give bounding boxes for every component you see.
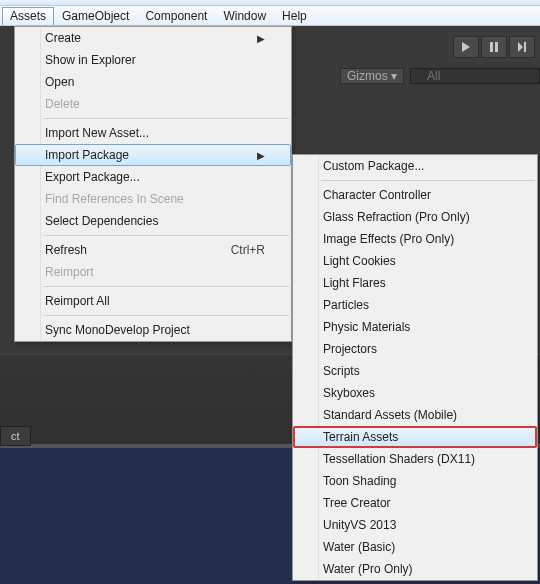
menu-item-light-flares[interactable]: Light Flares (293, 272, 537, 294)
menu-window[interactable]: Window (215, 7, 274, 25)
menu-item-refresh[interactable]: RefreshCtrl+R (15, 239, 291, 261)
menu-item-tree-creator[interactable]: Tree Creator (293, 492, 537, 514)
submenu-arrow-icon: ▶ (257, 150, 265, 161)
menu-item-label: Refresh (45, 243, 87, 257)
play-controls (448, 32, 540, 62)
svg-marker-3 (518, 42, 523, 52)
svg-rect-1 (490, 42, 493, 52)
menu-item-label: Image Effects (Pro Only) (323, 232, 454, 246)
menu-item-light-cookies[interactable]: Light Cookies (293, 250, 537, 272)
menu-item-label: Find References In Scene (45, 192, 184, 206)
menu-separator (321, 180, 535, 181)
menu-separator (43, 315, 289, 316)
play-button[interactable] (453, 36, 479, 58)
menu-item-skyboxes[interactable]: Skyboxes (293, 382, 537, 404)
menu-item-label: Tessellation Shaders (DX11) (323, 452, 475, 466)
menu-item-label: Export Package... (45, 170, 140, 184)
menu-shortcut: Ctrl+R (231, 243, 265, 257)
menu-item-reimport-all[interactable]: Reimport All (15, 290, 291, 312)
menu-item-reimport: Reimport (15, 261, 291, 283)
menu-item-label: Water (Basic) (323, 540, 395, 554)
menu-item-label: Light Cookies (323, 254, 396, 268)
menu-item-label: Sync MonoDevelop Project (45, 323, 190, 337)
menu-item-label: Light Flares (323, 276, 386, 290)
menu-item-label: Character Controller (323, 188, 431, 202)
menu-item-label: Show in Explorer (45, 53, 136, 67)
menu-item-unityvs-2013[interactable]: UnityVS 2013 (293, 514, 537, 536)
menu-item-label: Import New Asset... (45, 126, 149, 140)
menu-gameobject[interactable]: GameObject (54, 7, 137, 25)
menu-item-label: Particles (323, 298, 369, 312)
window-titlebar (0, 0, 540, 6)
menubar: Assets GameObject Component Window Help (0, 6, 540, 26)
assets-dropdown: Create▶Show in ExplorerOpenDeleteImport … (14, 26, 292, 342)
menu-item-label: Skyboxes (323, 386, 375, 400)
menu-item-tessellation-shaders-dx11[interactable]: Tessellation Shaders (DX11) (293, 448, 537, 470)
menu-item-show-in-explorer[interactable]: Show in Explorer (15, 49, 291, 71)
menu-item-label: Open (45, 75, 74, 89)
gizmo-bar: Gizmos ▾ (340, 66, 540, 86)
menu-separator (43, 235, 289, 236)
menu-item-select-dependencies[interactable]: Select Dependencies (15, 210, 291, 232)
menu-item-sync-monodevelop-project[interactable]: Sync MonoDevelop Project (15, 319, 291, 341)
menu-item-physic-materials[interactable]: Physic Materials (293, 316, 537, 338)
menu-item-label: Physic Materials (323, 320, 410, 334)
menu-item-create[interactable]: Create▶ (15, 27, 291, 49)
menu-assets[interactable]: Assets (2, 7, 54, 25)
import-package-submenu: Custom Package...Character ControllerGla… (292, 154, 538, 581)
search-input[interactable] (410, 68, 540, 84)
gizmos-dropdown[interactable]: Gizmos ▾ (340, 68, 404, 84)
menu-item-label: UnityVS 2013 (323, 518, 396, 532)
menu-item-delete: Delete (15, 93, 291, 115)
menu-item-export-package[interactable]: Export Package... (15, 166, 291, 188)
panel-tab[interactable]: ct (0, 426, 31, 446)
menu-component[interactable]: Component (137, 7, 215, 25)
menu-item-import-new-asset[interactable]: Import New Asset... (15, 122, 291, 144)
menu-item-toon-shading[interactable]: Toon Shading (293, 470, 537, 492)
menu-item-projectors[interactable]: Projectors (293, 338, 537, 360)
menu-item-label: Create (45, 31, 81, 45)
svg-marker-0 (462, 42, 470, 52)
menu-item-image-effects-pro-only[interactable]: Image Effects (Pro Only) (293, 228, 537, 250)
menu-item-label: Scripts (323, 364, 360, 378)
menu-item-label: Projectors (323, 342, 377, 356)
menu-item-label: Glass Refraction (Pro Only) (323, 210, 470, 224)
menu-help[interactable]: Help (274, 7, 315, 25)
menu-item-label: Tree Creator (323, 496, 391, 510)
menu-item-find-references-in-scene: Find References In Scene (15, 188, 291, 210)
menu-item-label: Reimport (45, 265, 94, 279)
menu-item-label: Import Package (45, 148, 129, 162)
menu-item-import-package[interactable]: Import Package▶ (15, 144, 291, 166)
menu-item-character-controller[interactable]: Character Controller (293, 184, 537, 206)
menu-item-label: Water (Pro Only) (323, 562, 413, 576)
menu-separator (43, 286, 289, 287)
menu-item-water-pro-only[interactable]: Water (Pro Only) (293, 558, 537, 580)
step-button[interactable] (509, 36, 535, 58)
menu-item-label: Terrain Assets (323, 430, 398, 444)
menu-item-water-basic[interactable]: Water (Basic) (293, 536, 537, 558)
chevron-down-icon: ▾ (391, 69, 397, 83)
menu-item-label: Select Dependencies (45, 214, 158, 228)
submenu-arrow-icon: ▶ (257, 33, 265, 44)
menu-item-terrain-assets[interactable]: Terrain Assets (293, 426, 537, 448)
menu-item-particles[interactable]: Particles (293, 294, 537, 316)
menu-item-label: Toon Shading (323, 474, 396, 488)
svg-rect-2 (495, 42, 498, 52)
menu-separator (43, 118, 289, 119)
menu-item-open[interactable]: Open (15, 71, 291, 93)
menu-item-label: Standard Assets (Mobile) (323, 408, 457, 422)
menu-item-standard-assets-mobile[interactable]: Standard Assets (Mobile) (293, 404, 537, 426)
menu-item-scripts[interactable]: Scripts (293, 360, 537, 382)
menu-item-custom-package[interactable]: Custom Package... (293, 155, 537, 177)
svg-rect-4 (524, 42, 526, 52)
pause-button[interactable] (481, 36, 507, 58)
menu-item-glass-refraction-pro-only[interactable]: Glass Refraction (Pro Only) (293, 206, 537, 228)
menu-item-label: Reimport All (45, 294, 110, 308)
menu-item-label: Delete (45, 97, 80, 111)
menu-item-label: Custom Package... (323, 159, 424, 173)
